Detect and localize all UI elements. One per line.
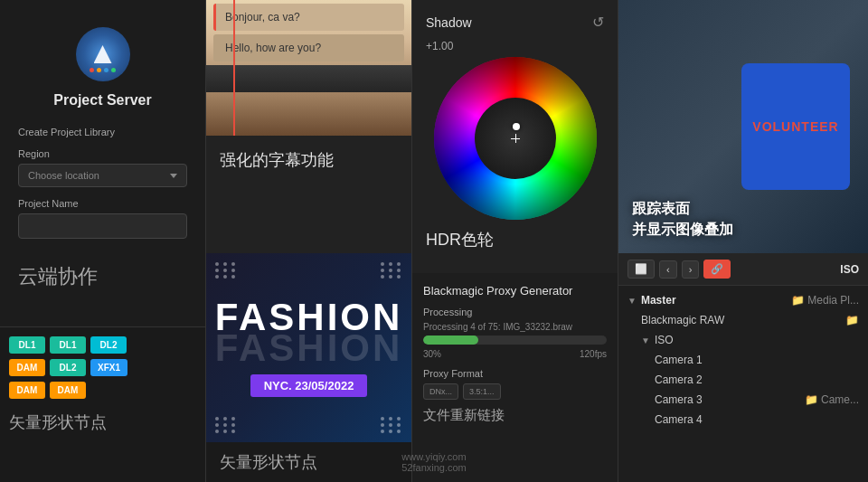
progress-fps: 120fps	[580, 349, 607, 359]
project-server-title: Project Server	[53, 92, 152, 109]
chevron-down-icon	[170, 174, 177, 178]
toolbar-forward-btn[interactable]: ›	[682, 260, 700, 279]
progress-percent: 30%	[423, 349, 441, 359]
project-name-label: Project Name	[18, 198, 79, 209]
volunteer-shirt: VOLUNTEER	[741, 63, 850, 190]
folder-icon-right-braw: 📁	[845, 314, 859, 326]
wheel-dot	[513, 123, 520, 130]
tracking-overlay-label: 跟踪表面 并显示图像叠加	[632, 199, 733, 240]
region-label: Region	[18, 148, 50, 159]
fashion-text-shadow: FASHION	[215, 329, 403, 367]
folder-icon-right-master: 📁 Media Pl...	[791, 294, 859, 307]
node-dl2-2[interactable]: DL2	[50, 359, 86, 376]
volunteer-area: VOLUNTEER	[741, 63, 850, 190]
davinci-logo	[76, 27, 130, 81]
main-container: Project Server Create Project Library Re…	[0, 0, 868, 482]
tracking-tree: ▼ Master 📁 Media Pl... Blackmagic RAW 📁 …	[618, 286, 868, 482]
proxy-file-text: Processing 4 of 75: IMG_33232.braw	[423, 322, 607, 332]
tracking-image-bg: VOLUNTEER 跟踪表面 并显示图像叠加	[618, 0, 868, 253]
file-relink-label: 文件重新链接	[423, 407, 607, 424]
create-library-label: Create Project Library	[18, 127, 115, 137]
tree-item-blackmagic-raw[interactable]: Blackmagic RAW 📁	[618, 310, 868, 330]
project-name-input[interactable]	[18, 213, 187, 239]
fashion-dots-bl	[215, 417, 237, 433]
node-dl1-1[interactable]: DL1	[9, 336, 45, 354]
tree-item-camera3[interactable]: Camera 3 📁 Came...	[618, 390, 868, 410]
color-wheel[interactable]	[434, 57, 597, 220]
progress-bar-container	[423, 336, 607, 345]
proxy-title: Blackmagic Proxy Generator	[423, 284, 607, 298]
node-dam-1[interactable]: DAM	[9, 359, 45, 376]
fashion-dots-br	[381, 417, 402, 433]
proxy-option-2[interactable]: 3.5:1...	[463, 383, 501, 400]
color-wheel-header: Shadow ↺	[426, 14, 604, 31]
vector-shape-label: 矢量形状节点	[206, 442, 411, 482]
wheel-crosshair-icon	[511, 134, 520, 143]
proxy-format-label: Proxy Format	[423, 368, 607, 379]
fashion-dots-tl	[215, 262, 237, 279]
subtitle-video-bg: Bonjour, ca va? Hello, how are you?	[206, 0, 411, 136]
vector-shape-label-bottom: 矢量形状节点	[9, 411, 196, 433]
toolbar-link-btn[interactable]: 🔗	[703, 260, 731, 279]
subtitle-box-1: Bonjour, ca va?	[213, 4, 404, 31]
proxy-section: Blackmagic Proxy Generator Processing Pr…	[412, 273, 618, 482]
dot-yellow	[97, 68, 101, 72]
location-text: Choose location	[28, 170, 99, 181]
progress-bar-fill	[423, 336, 478, 345]
node-graph-section: DL1 DL1 DL2 DAM DL2 XFX1 DAM DAM 矢量形状节点	[0, 327, 205, 482]
proxy-option-1[interactable]: DNx...	[423, 383, 458, 400]
tracking-toolbar: ⬜ ‹ › 🔗 ISO	[618, 253, 868, 286]
node-dam-3[interactable]: DAM	[50, 382, 86, 399]
tree-item-iso[interactable]: ▼ ISO	[618, 330, 868, 350]
hdr-label: HDR色轮	[426, 220, 494, 260]
toolbar-iso-label: ISO	[840, 263, 859, 276]
subtitle-section: Bonjour, ca va? Hello, how are you? 强化的字…	[206, 0, 411, 253]
toolbar-back-btn[interactable]: ‹	[659, 260, 677, 279]
node-row-2: DAM DL2 XFX1	[9, 359, 196, 376]
color-value: +1.00	[426, 40, 453, 52]
tree-arrow-master: ▼	[627, 296, 637, 306]
project-server-top: Project Server Create Project Library Re…	[0, 0, 205, 327]
fashion-dots-tr	[381, 262, 402, 279]
tree-item-camera1[interactable]: Camera 1	[618, 350, 868, 370]
fashion-section: FASHION FASHION NYC. 23/05/2022 矢量形状节点	[206, 253, 411, 482]
shadow-title: Shadow	[426, 15, 472, 30]
reset-icon[interactable]: ↺	[592, 14, 604, 31]
node-row-1: DL1 DL1 DL2	[9, 336, 196, 354]
color-wheel-section: Shadow ↺ +1.00 HDR色轮	[412, 0, 618, 273]
fashion-bg: FASHION FASHION NYC. 23/05/2022	[206, 253, 411, 442]
subtitle-box-2: Hello, how are you?	[213, 34, 404, 61]
subtitle-feature-label: 强化的字幕功能	[206, 136, 411, 180]
fashion-date-badge: NYC. 23/05/2022	[250, 374, 368, 397]
toolbar-layout-btn[interactable]: ⬜	[627, 260, 655, 279]
tree-arrow-iso: ▼	[641, 336, 650, 345]
panel-subtitles: Bonjour, ca va? Hello, how are you? 强化的字…	[206, 0, 412, 482]
volunteer-text: VOLUNTEER	[752, 119, 838, 135]
progress-info: 30% 120fps	[423, 349, 607, 359]
tracking-top: VOLUNTEER 跟踪表面 并显示图像叠加	[618, 0, 868, 253]
davinci-dots	[90, 68, 116, 72]
panel-hdr: Shadow ↺ +1.00 HDR色轮 Blackmagic Proxy Ge…	[412, 0, 618, 482]
tree-item-master[interactable]: ▼ Master 📁 Media Pl...	[618, 290, 868, 310]
node-dl1-2[interactable]: DL1	[50, 336, 86, 354]
tree-item-camera2[interactable]: Camera 2	[618, 370, 868, 390]
location-select[interactable]: Choose location	[18, 164, 187, 187]
cloud-label: 云端协作	[18, 250, 98, 308]
tree-item-camera4[interactable]: Camera 4	[618, 410, 868, 430]
folder-icon-camer3: 📁 Came...	[805, 393, 859, 406]
node-xfx1[interactable]: XFX1	[90, 359, 127, 376]
proxy-format-options: DNx... 3.5:1...	[423, 383, 607, 400]
panel-tracking: VOLUNTEER 跟踪表面 并显示图像叠加 ⬜ ‹ › 🔗 ISO ▼ Mas…	[618, 0, 868, 482]
panel-project-server: Project Server Create Project Library Re…	[0, 0, 206, 482]
node-dam-2[interactable]: DAM	[9, 382, 45, 399]
dot-red	[90, 68, 94, 72]
node-dl2-1[interactable]: DL2	[90, 336, 127, 354]
red-line	[233, 0, 235, 136]
dot-green	[111, 68, 116, 72]
node-row-3: DAM DAM	[9, 382, 196, 399]
dot-blue	[104, 68, 108, 72]
proxy-processing-label: Processing	[423, 307, 607, 317]
subtitle-video-footer	[206, 65, 411, 92]
